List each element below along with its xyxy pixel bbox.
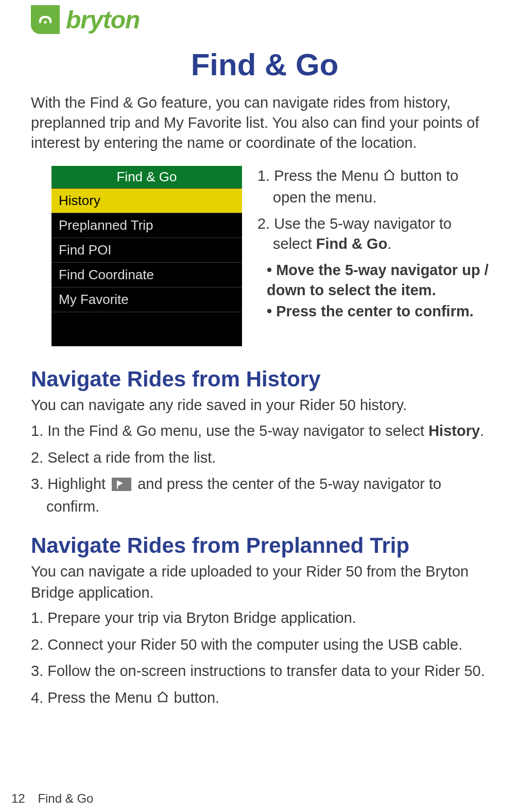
step-text: and press the center of the 5-way naviga… xyxy=(133,476,441,492)
page-number: 12 xyxy=(11,791,25,805)
flag-icon xyxy=(112,478,131,491)
step-text: 1. Press the Menu xyxy=(257,167,383,184)
step-text: 4. Press the Menu xyxy=(31,689,156,706)
home-icon xyxy=(383,167,396,187)
footer-section: Find & Go xyxy=(38,791,93,805)
device-menu-title: Find & Go xyxy=(51,166,242,189)
step-text: . xyxy=(480,422,484,439)
step-text: 3. Follow the on-screen instructions to … xyxy=(31,660,498,683)
device-menu-item: Find Coordinate xyxy=(51,263,242,287)
device-menu-item: My Favorite xyxy=(51,287,242,312)
brand-logo: bryton xyxy=(31,5,498,34)
step-text: 2. Connect your Rider 50 with the comput… xyxy=(31,634,498,656)
page-title: Find & Go xyxy=(31,47,498,82)
section-heading-preplanned: Navigate Rides from Preplanned Trip xyxy=(31,533,498,558)
page-footer: 12 Find & Go xyxy=(11,791,93,806)
device-screenshot: Find & Go History Preplanned Trip Find P… xyxy=(51,166,242,346)
step-bold: History xyxy=(428,422,480,439)
step-text: . xyxy=(387,235,391,252)
step-text: select xyxy=(273,235,316,252)
section-intro: You can navigate any ride saved in your … xyxy=(31,395,498,416)
step-text: button to xyxy=(396,167,458,184)
svg-point-0 xyxy=(44,21,46,24)
device-menu-item: Find POI xyxy=(51,238,242,263)
step-text: button. xyxy=(169,689,219,706)
device-menu-item: Preplanned Trip xyxy=(51,213,242,238)
bullet-bold: • Press the center to confirm. xyxy=(267,301,498,322)
top-steps: 1. Press the Menu button to open the men… xyxy=(257,166,498,346)
step-text: 3. Highlight xyxy=(31,476,110,492)
section-heading-history: Navigate Rides from History xyxy=(31,367,498,392)
step-text: confirm. xyxy=(31,496,498,518)
step-text: 2. Use the 5-way navigator to xyxy=(257,215,452,232)
section-intro: You can navigate a ride uploaded to your… xyxy=(31,561,498,603)
brand-logo-text: bryton xyxy=(66,6,140,34)
brand-logo-mark xyxy=(31,5,60,34)
step-text: open the menu. xyxy=(273,189,377,206)
bullet-bold: • Move the 5-way navigator up / down to … xyxy=(267,260,498,300)
device-menu-item: History xyxy=(51,189,242,213)
home-icon xyxy=(156,688,169,711)
step-bold: Find & Go xyxy=(316,235,388,252)
intro-paragraph: With the Find & Go feature, you can navi… xyxy=(31,93,498,153)
step-text: 1. In the Find & Go menu, use the 5-way … xyxy=(31,422,428,439)
step-text: 2. Select a ride from the list. xyxy=(31,447,498,469)
step-text: 1. Prepare your trip via Bryton Bridge a… xyxy=(31,607,498,630)
